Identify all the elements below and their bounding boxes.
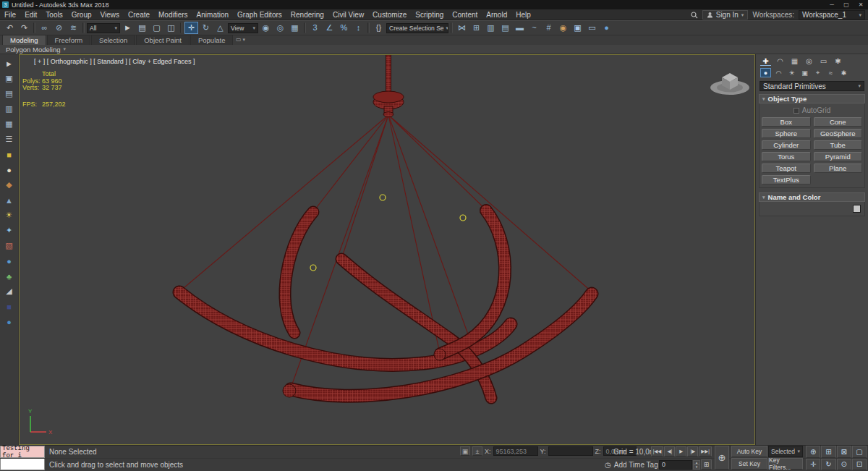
selection-set-key-dropdown[interactable]: Selected ▾: [768, 446, 803, 457]
maxscript-listener-white-line[interactable]: [0, 459, 45, 470]
geometry-subtab[interactable]: ●: [760, 68, 771, 77]
menu-item[interactable]: Tools: [41, 9, 67, 20]
select-and-manipulate-button[interactable]: ◎ ▾: [273, 22, 287, 34]
mirror-button[interactable]: ⋈ ▾: [455, 22, 469, 34]
zoom-all-button[interactable]: ⊞: [821, 446, 835, 458]
primitive-button[interactable]: Tube: [814, 140, 863, 150]
name-and-color-rollout-header[interactable]: ▾ Name and Color: [759, 192, 865, 202]
ribbon-tab[interactable]: Selection: [91, 35, 135, 45]
frame-spinner[interactable]: ▴ ▾: [693, 460, 700, 470]
dark-cube-tool-icon[interactable]: ■: [2, 300, 17, 313]
create-tab[interactable]: ✚: [760, 56, 771, 66]
set-key-button[interactable]: Set Key: [731, 458, 767, 470]
lights-subtab[interactable]: ☀: [786, 68, 797, 77]
display-tab[interactable]: ▭: [818, 56, 829, 66]
helpers-subtab[interactable]: ⌖: [812, 68, 823, 77]
primitive-button[interactable]: Cylinder: [762, 140, 811, 150]
menu-item[interactable]: Graph Editors: [233, 9, 286, 20]
go-to-start-button[interactable]: |◀◀: [651, 446, 664, 457]
foliage-tool-icon[interactable]: ♣: [2, 269, 17, 283]
key-filters-button[interactable]: Key Filters...: [768, 458, 803, 470]
render-production-button[interactable]: ● ▾: [600, 22, 613, 34]
align-button[interactable]: ⊞ ▾: [469, 22, 483, 34]
selection-filter-dropdown[interactable]: All ▾: [87, 23, 120, 33]
select-and-rotate-button[interactable]: ↻ ▾: [199, 22, 213, 34]
maxscript-mini-listener[interactable]: Testing for i: [0, 446, 45, 458]
zoom-button[interactable]: ⊕: [806, 446, 820, 458]
menu-item[interactable]: Civil View: [328, 9, 368, 20]
autogrid-checkbox[interactable]: [793, 108, 799, 114]
maximize-button[interactable]: ▢: [839, 0, 854, 9]
menu-item[interactable]: Group: [67, 9, 96, 20]
primitive-button[interactable]: Teapot: [762, 164, 811, 173]
terrain-tool-icon[interactable]: ◢: [2, 284, 17, 298]
close-button[interactable]: ✕: [854, 0, 868, 9]
menu-item[interactable]: Animation: [192, 9, 233, 20]
search-icon[interactable]: [691, 12, 698, 19]
material-tool-icon[interactable]: ▧: [2, 239, 17, 253]
primitive-button[interactable]: Box: [762, 117, 811, 127]
blue-sphere-tool-icon[interactable]: ●: [2, 254, 17, 268]
viewport-canvas[interactable]: X Y: [20, 55, 754, 444]
utilities-tab[interactable]: ✱: [833, 56, 843, 66]
modify-tab[interactable]: ◠: [775, 56, 786, 66]
viewport[interactable]: X Y [ + ] [ Orthographic ] [ Standard ] …: [19, 54, 755, 445]
material-editor-button[interactable]: ◉ ▾: [556, 22, 570, 34]
select-by-name-button[interactable]: ▤ ▾: [135, 22, 149, 34]
menu-item[interactable]: Views: [96, 9, 124, 20]
ribbon-config-icon[interactable]: ▭ ▾: [236, 36, 245, 43]
shapes-subtab[interactable]: ◠: [773, 68, 784, 77]
menu-item[interactable]: Rendering: [286, 9, 328, 20]
sphere-tool-icon[interactable]: ●: [2, 163, 17, 177]
ribbon-tab[interactable]: Populate: [190, 35, 234, 45]
scene-explorer-icon[interactable]: ▣: [2, 72, 17, 85]
hierarchy-tab[interactable]: ▦: [789, 56, 800, 66]
menu-item[interactable]: File: [0, 9, 20, 20]
percent-snap-toggle[interactable]: % ▾: [337, 22, 351, 34]
fov-button[interactable]: ⊙: [837, 459, 851, 471]
cameras-subtab[interactable]: ▣: [799, 68, 810, 77]
pan-button[interactable]: ✛: [806, 459, 820, 471]
menu-item[interactable]: Scripting: [411, 9, 448, 20]
reference-coordinate-dropdown[interactable]: View ▾: [228, 23, 258, 33]
point-helpers[interactable]: [310, 195, 466, 271]
polygon-modeling-tab[interactable]: Polygon Modeling: [6, 46, 61, 54]
selection-lock-icon[interactable]: ▣: [460, 446, 470, 456]
curve-editor-button[interactable]: ~ ▾: [527, 22, 541, 34]
primitive-button[interactable]: Torus: [762, 152, 811, 161]
display-toggle-icon[interactable]: ▦: [2, 117, 17, 131]
current-frame-field[interactable]: 0: [659, 460, 692, 470]
ribbon-tab[interactable]: Freeform: [47, 35, 91, 45]
play-button[interactable]: ▶: [676, 446, 686, 457]
unlink-selection-button[interactable]: ⊘ ▾: [52, 22, 66, 34]
primitive-button[interactable]: Plane: [814, 164, 863, 173]
window-crossing-toggle[interactable]: ◫ ▾: [164, 22, 178, 34]
light-tool-icon[interactable]: ☀: [2, 208, 17, 222]
toggle-layer-explorer-button[interactable]: ▤ ▾: [498, 22, 512, 34]
toggle-ribbon-button[interactable]: ▬ ▾: [513, 22, 527, 34]
render-sphere-tool-icon[interactable]: ●: [2, 315, 17, 328]
next-frame-button[interactable]: |▶: [687, 446, 698, 457]
bind-to-space-warp-button[interactable]: ≋ ▾: [67, 22, 80, 34]
star-tool-icon[interactable]: ✦: [2, 224, 17, 237]
systems-subtab[interactable]: ✱: [838, 68, 849, 77]
select-and-scale-button[interactable]: △ ▾: [213, 22, 227, 34]
primitive-button[interactable]: Sphere: [762, 129, 811, 138]
layer-explorer-icon[interactable]: ▤: [2, 87, 17, 101]
object-color-swatch[interactable]: [853, 205, 861, 213]
select-tool-icon[interactable]: ►: [2, 56, 17, 70]
menu-item[interactable]: Create: [124, 9, 154, 20]
set-keys-button[interactable]: ⊕: [715, 446, 729, 470]
object-type-rollout-header[interactable]: ▾ Object Type: [759, 94, 865, 103]
chandelier-arms[interactable]: [179, 211, 592, 398]
select-object-button[interactable]: ► ▾: [121, 22, 135, 34]
spinner-snap-toggle[interactable]: ↕ ▾: [352, 22, 365, 34]
chandelier-stem[interactable]: [373, 55, 404, 117]
x-coordinate-field[interactable]: 95163,253: [493, 446, 538, 456]
time-configuration-button[interactable]: ⊞: [701, 459, 712, 470]
box-tool-icon[interactable]: ■: [2, 148, 17, 161]
redo-button[interactable]: ↷ ▾: [17, 22, 31, 34]
auto-key-button[interactable]: Auto Key: [731, 446, 767, 457]
rectangular-selection-region-button[interactable]: ▢ ▾: [150, 22, 163, 34]
absolute-mode-icon[interactable]: ±: [472, 446, 482, 456]
